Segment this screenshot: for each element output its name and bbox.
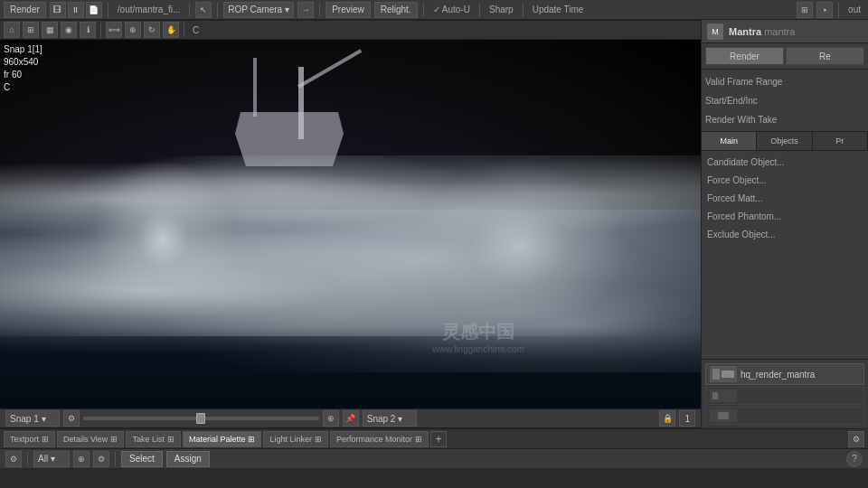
right-panel-node: hq_render_mantra	[702, 359, 868, 428]
layout-icon[interactable]: ⊞	[797, 2, 813, 18]
split-icon[interactable]: ▪	[816, 2, 833, 18]
help-button[interactable]: ?	[846, 451, 863, 467]
ship-mast-main	[298, 67, 304, 139]
bottom-tabbar: Textport ⊞ Details View ⊞ Take List ⊞ Ma…	[0, 428, 868, 448]
node-extra-row1[interactable]	[705, 387, 864, 405]
valid-frame-label: Valid Frame Range	[705, 77, 864, 87]
tab-objects[interactable]: Objects	[757, 132, 812, 150]
right-panel: M Mantra mantra Render Re Valid Frame Ra…	[701, 20, 868, 428]
snap1-arrow-icon: ▾	[42, 414, 46, 424]
details-view-icon: ⊞	[110, 435, 118, 444]
file-icon[interactable]: 📄	[86, 2, 102, 18]
snap-link-icon[interactable]: ⊕	[323, 410, 339, 427]
tab-textport[interactable]: Textport ⊞	[4, 431, 55, 447]
node-mini-thumb2	[710, 409, 737, 422]
rop-camera-dropdown[interactable]: ROP Camera ▾	[223, 2, 294, 18]
tab-pr[interactable]: Pr	[813, 132, 868, 150]
sep6	[479, 3, 480, 17]
viewport-canvas: Snap 1[1] 868x488 fr 60 C 灵感中国 www.lingg…	[0, 40, 701, 408]
out-path-label: /out/mantra_fi...	[114, 5, 184, 14]
viewport-info: Snap 1[1] 868x488 fr 60 C	[4, 43, 42, 94]
arrows-icon[interactable]: ⟺	[106, 22, 122, 38]
sep4	[319, 3, 320, 17]
textport-icon: ⊞	[42, 435, 49, 444]
info-icon[interactable]: ℹ	[80, 22, 96, 38]
tab-take-list[interactable]: Take List ⊞	[126, 431, 181, 447]
node-item[interactable]: hq_render_mantra	[705, 363, 864, 385]
wireframe-icon[interactable]: ▦	[42, 22, 58, 38]
details-view-label: Details View	[63, 435, 108, 444]
zoom-icon[interactable]: ⊕	[125, 22, 141, 38]
snap2-dropdown[interactable]: Snap 2 ▾	[363, 410, 417, 427]
out-label: out	[844, 5, 864, 14]
candidate-objects-label: Candidate Object...	[707, 157, 863, 167]
snap-slider-area	[83, 417, 319, 420]
tab-main[interactable]: Main	[702, 132, 757, 150]
light-linker-icon: ⊞	[315, 435, 322, 444]
forced-matt-row: Forced Matt...	[704, 190, 865, 206]
filter-all-dropdown[interactable]: All ▾	[33, 451, 70, 467]
snap-slider[interactable]	[83, 417, 319, 420]
foam-top	[0, 155, 701, 264]
gear-icon[interactable]: ⚙	[5, 451, 22, 467]
filter-arrow-icon: ▾	[51, 454, 55, 464]
auto-update-label: ✓ Auto-U	[429, 5, 474, 14]
tab-material-palette[interactable]: Material Palette ⊞	[183, 431, 262, 447]
svg-rect-2	[722, 371, 734, 378]
tab-light-linker[interactable]: Light Linker ⊞	[263, 431, 328, 447]
re-panel-button[interactable]: Re	[786, 47, 864, 65]
resolution-text: 868x488	[4, 56, 42, 69]
tabbar-settings-icon[interactable]: ⚙	[848, 431, 864, 447]
sharp-label: Sharp	[486, 5, 517, 14]
preview-button[interactable]: Preview	[326, 2, 371, 18]
right-panel-fields: Valid Frame Range Start/End/Inc Render W…	[702, 70, 868, 132]
add-tab-button[interactable]: +	[430, 431, 447, 447]
water-dark-base	[0, 327, 701, 408]
main-area: ⌂ ⊞ ▦ ◉ ℹ ⟺ ⊕ ↻ ✋ C	[0, 20, 868, 428]
pan-icon[interactable]: ✋	[163, 22, 179, 38]
dropdown-arrow-icon: ▾	[285, 5, 289, 14]
take-list-icon: ⊞	[167, 435, 175, 444]
snap2-arrow-icon: ▾	[398, 414, 402, 424]
rotate-icon[interactable]: ↻	[144, 22, 160, 38]
assign-button[interactable]: Assign	[166, 451, 210, 467]
snap1-dropdown[interactable]: Snap 1 ▾	[5, 410, 60, 427]
filter-icon[interactable]: ⊕	[73, 451, 90, 467]
node-extra-row2[interactable]	[705, 407, 864, 425]
grid-icon[interactable]: ⊞	[23, 22, 39, 38]
resolution-indicator: 1	[679, 410, 695, 427]
snap-info-text: Snap 1[1]	[4, 43, 42, 56]
tab-performance-monitor[interactable]: Performance Monitor ⊞	[330, 431, 429, 447]
node-thumbnail	[710, 366, 737, 382]
material-palette-label: Material Palette	[189, 435, 246, 444]
node-mini-thumb1	[710, 389, 737, 402]
render-panel-button[interactable]: Render	[705, 47, 784, 65]
arrow-icon[interactable]: →	[297, 2, 314, 18]
snap-pin-icon[interactable]: 📌	[343, 410, 359, 427]
pause-icon[interactable]: ⏸	[68, 2, 84, 18]
select-button[interactable]: Select	[121, 451, 163, 467]
pointer-icon[interactable]: ↖	[195, 2, 212, 18]
snap2-label: Snap 2	[367, 414, 396, 424]
toolbar-icons: 🎞 ⏸ 📄	[50, 2, 102, 18]
force-objects-label: Force Object...	[707, 175, 863, 185]
mode-text: C	[4, 81, 42, 94]
settings2-icon[interactable]: ⚙	[93, 451, 109, 467]
tab-details-view[interactable]: Details View ⊞	[57, 431, 124, 447]
sep3	[217, 3, 218, 17]
viewport[interactable]: Snap 1[1] 868x488 fr 60 C 灵感中国 www.lingg…	[0, 40, 701, 408]
render-button[interactable]: Render	[4, 2, 46, 18]
snap-settings-icon[interactable]: ⚙	[63, 410, 80, 427]
lock-icon[interactable]: 🔒	[659, 410, 675, 427]
filmstrip-icon[interactable]: 🎞	[50, 2, 66, 18]
snap-slider-handle[interactable]	[196, 413, 205, 424]
shading-icon[interactable]: ◉	[61, 22, 77, 38]
forced-phantom-label: Forced Phantom...	[707, 211, 863, 221]
home-icon[interactable]: ⌂	[4, 22, 20, 38]
relight-button[interactable]: Relight.	[374, 2, 418, 18]
sep1	[108, 3, 108, 17]
view-mode-label: C	[189, 25, 203, 35]
render-take-label: Render With Take	[705, 115, 864, 125]
right-panel-buttons: Render Re	[702, 43, 868, 70]
filter-all-label: All	[38, 454, 48, 464]
